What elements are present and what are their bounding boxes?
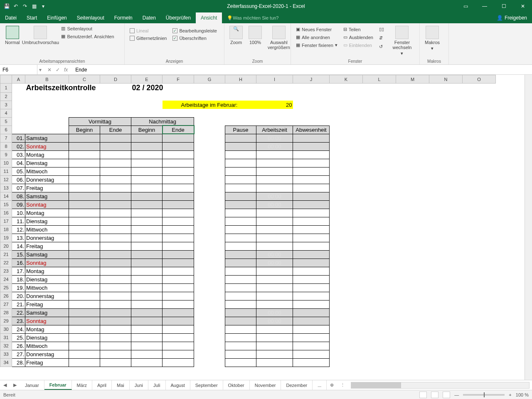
maximize-icon[interactable]: ☐ (495, 0, 513, 12)
col-header[interactable]: J (293, 75, 330, 84)
freeze-panes-button[interactable]: ▦ Fenster fixieren ▾ (294, 42, 339, 49)
sheet-tab[interactable]: Juni (130, 380, 148, 390)
status-text: Bereit (3, 392, 15, 397)
hide-button[interactable]: ▭ Ausblenden (342, 34, 375, 41)
save-icon[interactable]: 💾 (3, 3, 10, 10)
zoom-100-button[interactable]: 100% (247, 25, 264, 46)
macros-button[interactable]: Makros ▾ (423, 25, 441, 52)
col-header[interactable]: O (463, 75, 496, 84)
zoom-button[interactable]: 🔍Zoom (228, 25, 244, 46)
col-header[interactable]: B (25, 75, 69, 84)
window-title: Zeiterfassung-Excel-2020-1 - Excel (227, 3, 305, 9)
zoom-selection-button[interactable]: Auswahl vergrößern (266, 25, 292, 51)
normal-view-button[interactable]: Normal (3, 25, 21, 46)
menu-ueberpruefen[interactable]: Überprüfen (161, 12, 196, 23)
status-bar: Bereit — + 100 % (0, 390, 532, 399)
gridlines-checkbox[interactable]: Gitternetzlinien (128, 35, 168, 42)
sheet-tab[interactable]: September (190, 380, 223, 390)
vertical-scrollbar[interactable] (525, 75, 532, 380)
menu-einfuegen[interactable]: Einfügen (42, 12, 71, 23)
sheet-tab[interactable]: August (166, 380, 190, 390)
tab-nav-next-icon[interactable]: ▶ (10, 382, 20, 388)
close-icon[interactable]: ✕ (514, 0, 532, 12)
arrange-all-button[interactable]: ▦ Alle anordnen (294, 34, 339, 41)
menubar: Datei Start Einfügen Seitenlayout Formel… (0, 12, 532, 23)
titlebar: 💾 ↶ ↷ ▦ ▾ Zeiterfassung-Excel-2020-1 - E… (0, 0, 532, 12)
formula-bar: F6 ▾ ✕ ✓ fx Ende (0, 65, 532, 75)
redo-icon[interactable]: ↷ (22, 3, 28, 10)
horizontal-scrollbar[interactable] (351, 382, 530, 389)
accept-formula-icon[interactable]: ✓ (56, 67, 60, 73)
sheet-tab[interactable]: Januar (20, 380, 44, 390)
view-side-icon[interactable]: ▯▯ (377, 26, 386, 33)
fx-icon[interactable]: fx (64, 67, 68, 73)
view-break-icon[interactable] (443, 392, 450, 398)
ruler-checkbox[interactable]: Lineal (128, 27, 168, 34)
tell-me[interactable]: 💡 Was möchten Sie tun? (222, 12, 283, 23)
custom-views-button[interactable]: ▦ Benutzerdef. Ansichten (59, 33, 116, 40)
zoom-out-icon[interactable]: — (454, 392, 459, 397)
ribbon: Normal Umbruchvorschau ▥ Seitenlayout ▦ … (0, 23, 532, 65)
sheet-tab[interactable]: März (72, 380, 92, 390)
zoom-level[interactable]: 100 % (516, 392, 529, 397)
sheet-tab[interactable]: Juli (148, 380, 166, 390)
sheet-tab[interactable]: Dezember (281, 380, 313, 390)
menu-ansicht[interactable]: Ansicht (196, 12, 222, 23)
sheet-tab[interactable]: April (92, 380, 112, 390)
col-header[interactable]: G (194, 75, 225, 84)
col-header[interactable]: N (429, 75, 463, 84)
menu-daten[interactable]: Daten (138, 12, 161, 23)
col-header[interactable]: I (256, 75, 293, 84)
qa-more-icon[interactable]: ▾ (40, 3, 47, 10)
qa-icon[interactable]: ▦ (31, 3, 37, 10)
menu-start[interactable]: Start (22, 12, 42, 23)
cancel-formula-icon[interactable]: ✕ (47, 67, 52, 73)
sheet-tab[interactable]: Oktober (223, 380, 250, 390)
sheet-tab[interactable]: Mai (112, 380, 130, 390)
view-page-icon[interactable] (431, 392, 438, 398)
share-button[interactable]: 👤 Freigeben (492, 12, 532, 23)
formula-input[interactable]: Ende (72, 67, 532, 73)
tab-nav-prev-icon[interactable]: ◀ (0, 382, 10, 388)
minimize-icon[interactable]: — (475, 0, 494, 12)
zoom-slider[interactable] (463, 394, 505, 396)
view-normal-icon[interactable] (419, 392, 427, 398)
name-box[interactable]: F6 (0, 65, 37, 74)
split-button[interactable]: ⊟ Teilen (342, 26, 375, 33)
spreadsheet-grid[interactable]: ABCDEFGHIJKLMNO1Arbeitszeitkontrolle02 /… (0, 75, 496, 367)
switch-windows-button[interactable]: Fenster wechseln ▾ (388, 25, 416, 57)
new-window-button[interactable]: ▣ Neues Fenster (294, 26, 339, 33)
sheet-tab[interactable]: November (250, 380, 281, 390)
menu-datei[interactable]: Datei (0, 12, 22, 23)
menu-seitenlayout[interactable]: Seitenlayout (72, 12, 109, 23)
ribbon-options-icon[interactable]: ▭ (456, 0, 475, 12)
col-header[interactable]: L (363, 75, 396, 84)
zoom-in-icon[interactable]: + (509, 392, 511, 397)
sync-scroll-icon[interactable]: ⇵ (377, 34, 386, 42)
page-break-button[interactable]: Umbruchvorschau (24, 25, 57, 46)
sheet-tabs: ◀ ▶ JanuarFebruarMärzAprilMaiJuniJuliAug… (0, 380, 532, 390)
headings-checkbox[interactable]: ✓Überschriften (171, 35, 219, 42)
sheet-tab[interactable]: ... (313, 380, 327, 390)
col-header[interactable]: F (163, 75, 194, 84)
unhide-button[interactable]: ▭ Einblenden (342, 42, 375, 49)
page-layout-button[interactable]: ▥ Seitenlayout (59, 25, 116, 32)
formula-bar-checkbox[interactable]: ✓Bearbeitungsleiste (171, 27, 219, 34)
col-header[interactable]: C (69, 75, 100, 84)
sheet-tab[interactable]: Februar (44, 380, 72, 390)
reset-pos-icon[interactable]: ↺ (377, 43, 386, 50)
col-header[interactable]: M (396, 75, 429, 84)
col-header[interactable]: A (12, 75, 25, 84)
col-header[interactable]: K (330, 75, 363, 84)
menu-formeln[interactable]: Formeln (109, 12, 138, 23)
col-header[interactable]: E (131, 75, 163, 84)
col-header[interactable]: D (100, 75, 131, 84)
undo-icon[interactable]: ↶ (12, 3, 19, 10)
col-header[interactable]: H (225, 75, 256, 84)
new-sheet-icon[interactable]: ⊕ (327, 382, 337, 388)
